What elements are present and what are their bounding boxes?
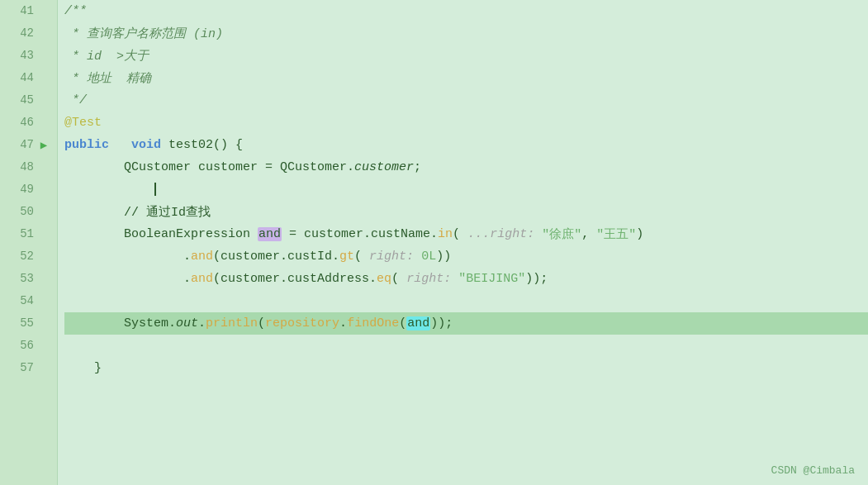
line-indicator [37, 156, 50, 178]
line-indicator [37, 245, 50, 268]
code-token: ( [453, 227, 467, 241]
code-line: // 通过Id查找 [64, 201, 868, 223]
line-number: 45 [11, 89, 34, 112]
line-number: 54 [11, 290, 34, 312]
code-token: . [64, 272, 191, 286]
line-indicator [37, 0, 50, 22]
line-number: 42 [11, 22, 34, 45]
code-token: "王五" [596, 226, 636, 242]
code-token: 0L [421, 250, 436, 264]
code-token: test02() { [161, 138, 243, 152]
text-cursor [154, 183, 156, 196]
code-token: )); [525, 272, 548, 286]
code-token: right: [406, 272, 451, 286]
code-line: * 地址 精确 [64, 67, 868, 89]
code-token: ) [636, 227, 643, 241]
gutter-row: 46 [11, 112, 50, 134]
code-line: .and(customer.custId.gt( right: 0L)) [64, 245, 868, 268]
line-indicator: ▶ [37, 134, 50, 156]
line-indicator [37, 335, 50, 357]
code-token: // 通过Id查找 [64, 204, 211, 220]
line-indicator [37, 223, 50, 245]
code-line: System.out.println(repository.findOne(an… [64, 312, 868, 335]
gutter-row: 53 [11, 268, 50, 290]
line-indicator [37, 45, 50, 67]
line-indicator [37, 312, 50, 335]
code-line: * 查询客户名称范围 (in) [64, 22, 868, 45]
code-token: ( [258, 316, 265, 330]
code-line: /** [64, 0, 868, 22]
line-number: 53 [11, 268, 34, 290]
code-token: gt [339, 250, 354, 264]
gutter-row: 47▶ [11, 134, 50, 156]
arrow-indicator: ▶ [40, 138, 47, 152]
code-token [414, 250, 421, 264]
code-token [451, 272, 458, 286]
code-token: customer [354, 160, 414, 174]
code-token: "徐庶" [542, 226, 581, 242]
gutter-row: 43 [11, 45, 50, 67]
line-number: 51 [11, 223, 34, 245]
code-line: QCustomer customer = QCustomer.customer; [64, 156, 868, 178]
code-token: ; [414, 160, 421, 174]
line-indicator [37, 67, 50, 89]
line-indicator [37, 178, 50, 201]
code-token: ( [399, 316, 406, 330]
line-number: 43 [11, 45, 34, 67]
code-editor: 41424344454647▶48495051525354555657 /** … [0, 0, 868, 485]
code-line: * id >大于 [64, 45, 868, 67]
code-token: and [191, 272, 213, 286]
line-number: 56 [11, 335, 34, 357]
code-token: . [64, 250, 191, 264]
watermark: CSDN @Cimbala [771, 464, 855, 477]
code-token: println [206, 316, 258, 330]
code-token: ( [391, 272, 406, 286]
gutter-row: 52 [11, 245, 50, 268]
line-indicator [37, 268, 50, 290]
code-area[interactable]: /** * 查询客户名称范围 (in) * id >大于 * 地址 精确 */@… [58, 0, 868, 485]
code-token: )); [430, 316, 453, 330]
line-number: 50 [11, 201, 34, 223]
code-token: BooleanExpression [64, 227, 258, 241]
code-token: and [258, 227, 282, 241]
code-token: (customer.custId. [213, 250, 339, 264]
code-token: = customer.custName. [282, 227, 438, 241]
code-token: findOne [347, 316, 399, 330]
code-token: */ [64, 93, 87, 107]
code-line: .and(customer.custAddress.eq( right: "BE… [64, 268, 868, 290]
line-number-gutter: 41424344454647▶48495051525354555657 [0, 0, 58, 485]
code-token: . [339, 316, 347, 330]
code-line [64, 335, 868, 357]
gutter-row: 57 [11, 357, 50, 379]
gutter-row: 41 [11, 0, 50, 22]
code-line: @Test [64, 112, 868, 134]
line-indicator [37, 89, 50, 112]
code-token: (customer.custAddress. [213, 272, 377, 286]
gutter-row: 45 [11, 89, 50, 112]
code-token: } [64, 361, 102, 375]
code-token: out [176, 316, 198, 330]
code-token: and [191, 250, 213, 264]
code-token: * 查询客户名称范围 (in) [64, 26, 223, 41]
gutter-row: 51 [11, 223, 50, 245]
code-token: ( [354, 250, 369, 264]
code-token: . [198, 316, 206, 330]
line-indicator [37, 201, 50, 223]
line-number: 55 [11, 312, 34, 335]
line-indicator [37, 22, 50, 45]
line-number: 41 [11, 0, 34, 22]
code-token: QCustomer customer = QCustomer. [64, 160, 354, 174]
code-line [64, 290, 868, 312]
gutter-row: 48 [11, 156, 50, 178]
cursor [64, 183, 156, 197]
line-number: 52 [11, 245, 34, 268]
line-number: 44 [11, 67, 34, 89]
gutter-row: 55 [11, 312, 50, 335]
line-number: 46 [11, 112, 34, 134]
gutter-row: 44 [11, 67, 50, 89]
code-token: right: [369, 250, 414, 264]
code-token: public [64, 138, 109, 152]
line-number: 57 [11, 357, 34, 379]
line-number: 49 [11, 178, 34, 201]
line-number: 47 [11, 134, 34, 156]
